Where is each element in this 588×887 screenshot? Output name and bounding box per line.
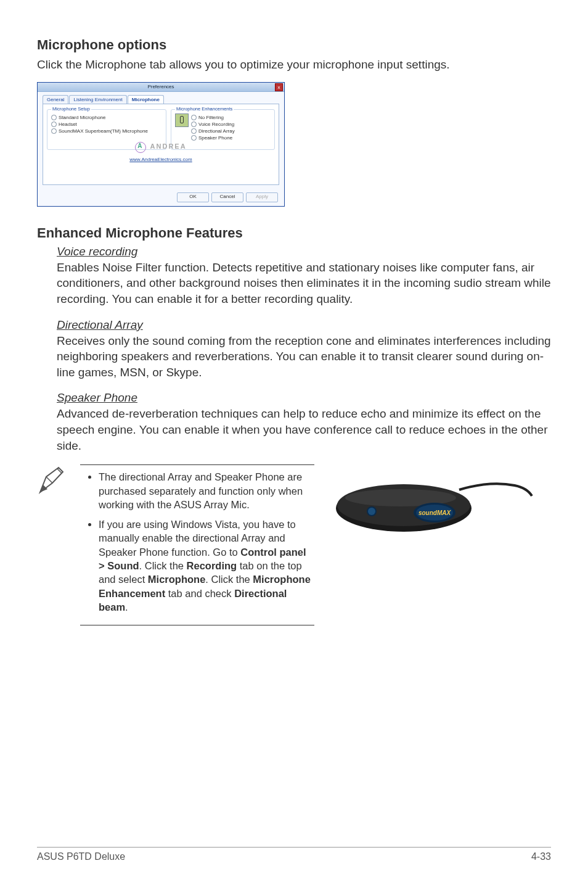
legend-mic-enh: Microphone Enhancements xyxy=(175,106,234,112)
body-voice: Enables Noise Filter function. Detects r… xyxy=(57,260,551,307)
radio-superbeam[interactable]: SoundMAX Superbeam(TM) Microphone xyxy=(51,128,162,134)
subheading-directional: Directional Array xyxy=(57,318,143,332)
footer-left: ASUS P6TD Deluxe xyxy=(37,851,125,862)
tab-microphone[interactable]: Microphone xyxy=(128,95,164,104)
andrea-logo-icon xyxy=(135,142,146,153)
note-box: The directional Array and Speaker Phone … xyxy=(80,464,314,625)
radio-label: Speaker Phone xyxy=(198,135,232,141)
radio-standard-mic[interactable]: Standard Microphone xyxy=(51,115,162,120)
radio-label: Standard Microphone xyxy=(59,115,106,120)
radio-headset[interactable]: Headset xyxy=(51,122,162,127)
radio-label: Directional Array xyxy=(198,128,235,134)
radio-label: Headset xyxy=(59,122,77,127)
apply-button[interactable]: Apply xyxy=(246,192,278,202)
heading-microphone-options: Microphone options xyxy=(37,37,551,53)
dialog-titlebar: Preferences x xyxy=(38,83,284,92)
cancel-button[interactable]: Cancel xyxy=(211,192,243,202)
subheading-voice: Voice recording xyxy=(57,245,137,258)
legend-mic-setup: Microphone Setup xyxy=(51,106,91,112)
note-text: . xyxy=(125,601,128,613)
dialog-title: Preferences xyxy=(147,84,174,89)
tab-general[interactable]: General xyxy=(43,95,68,104)
radio-label: SoundMAX Superbeam(TM) Microphone xyxy=(59,128,148,134)
radio-label: No Filtering xyxy=(198,115,224,120)
andrea-logo-text: ANDREA xyxy=(150,142,187,150)
microphone-icon xyxy=(175,113,189,127)
page-footer: ASUS P6TD Deluxe 4-33 xyxy=(37,847,551,862)
preferences-dialog: Preferences x General Listening Environm… xyxy=(37,82,285,207)
radio-no-filtering[interactable]: No Filtering xyxy=(191,115,235,120)
andrea-link[interactable]: www.AndreaElectronics.com xyxy=(43,157,279,162)
tab-panel: Microphone Setup Standard Microphone Hea… xyxy=(43,104,279,185)
radio-directional-array[interactable]: Directional Array xyxy=(191,128,235,134)
note-text: . Click the xyxy=(139,560,187,571)
note-text: . Click the xyxy=(205,574,253,585)
note-bold: Microphone xyxy=(148,574,206,585)
note-pencil-icon xyxy=(37,464,68,498)
intro-text: Click the Microphone tab allows you to o… xyxy=(37,57,551,73)
svg-point-9 xyxy=(368,508,375,515)
svg-text:soundMAX: soundMAX xyxy=(419,510,452,516)
note-text: tab and check xyxy=(165,588,234,599)
subheading-speaker: Speaker Phone xyxy=(57,391,137,405)
heading-enhanced-features: Enhanced Microphone Features xyxy=(37,225,551,241)
radio-label: Voice Recording xyxy=(198,122,234,127)
ok-button[interactable]: OK xyxy=(177,192,209,202)
note-item-2: If you are using Windows Vista, you have… xyxy=(99,518,314,614)
body-speaker: Advanced de-reverberation techniques can… xyxy=(57,406,551,453)
dialog-button-row: OK Cancel Apply xyxy=(177,192,278,202)
note-item-1: The directional Array and Speaker Phone … xyxy=(99,470,314,511)
tab-listening[interactable]: Listening Environment xyxy=(69,95,126,104)
dialog-tabs: General Listening Environment Microphone xyxy=(38,92,284,104)
asus-array-mic-image: soundMAX xyxy=(330,468,533,545)
svg-line-0 xyxy=(46,477,52,483)
note-bold: Recording xyxy=(187,560,237,571)
radio-voice-recording[interactable]: Voice Recording xyxy=(191,122,235,127)
body-directional: Receives only the sound coming from the … xyxy=(57,333,551,381)
close-icon[interactable]: x xyxy=(275,83,283,91)
footer-right: 4-33 xyxy=(531,851,551,862)
radio-speaker-phone[interactable]: Speaker Phone xyxy=(191,135,235,141)
andrea-logo-area: ANDREA www.AndreaElectronics.com xyxy=(43,142,279,162)
